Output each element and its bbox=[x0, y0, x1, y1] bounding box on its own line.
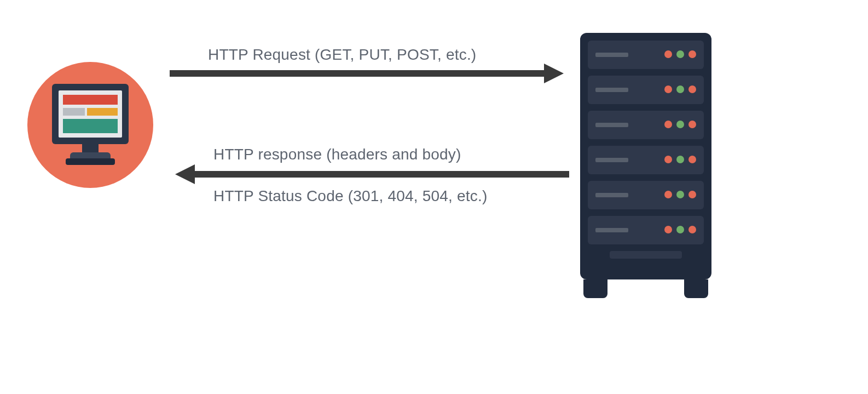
server-leds bbox=[664, 191, 696, 198]
client-computer-icon bbox=[27, 62, 153, 188]
led-red-icon bbox=[688, 50, 696, 58]
http-flow-diagram: HTTP Request (GET, PUT, POST, etc.) HTTP… bbox=[0, 0, 868, 394]
led-red-icon bbox=[664, 85, 672, 93]
led-red-icon bbox=[664, 156, 672, 163]
response-arrow-shaft bbox=[193, 171, 569, 178]
response-arrow-head-icon bbox=[175, 164, 195, 184]
screen-bar-grey bbox=[63, 108, 85, 116]
led-red-icon bbox=[664, 191, 672, 198]
server-rack-unit bbox=[588, 181, 704, 209]
screen-bar-yellow bbox=[87, 108, 118, 116]
led-red-icon bbox=[688, 156, 696, 163]
server-rack-unit bbox=[588, 41, 704, 69]
server-leds bbox=[664, 121, 696, 128]
response-label-main: HTTP response (headers and body) bbox=[213, 146, 461, 163]
led-red-icon bbox=[688, 226, 696, 233]
led-red-icon bbox=[664, 226, 672, 233]
server-leds bbox=[664, 85, 696, 93]
screen-bar-green bbox=[63, 119, 118, 133]
monitor-screen bbox=[59, 90, 122, 138]
server-feet bbox=[580, 279, 711, 298]
led-green-icon bbox=[676, 50, 684, 58]
led-red-icon bbox=[688, 85, 696, 93]
led-green-icon bbox=[676, 85, 684, 93]
server-leds bbox=[664, 50, 696, 58]
led-green-icon bbox=[676, 121, 684, 128]
led-red-icon bbox=[688, 121, 696, 128]
server-rack-unit bbox=[588, 146, 704, 174]
server-leds bbox=[664, 226, 696, 233]
server-rack-icon bbox=[580, 33, 711, 279]
screen-bar-red bbox=[63, 95, 118, 105]
led-red-icon bbox=[664, 50, 672, 58]
monitor-base-bottom bbox=[66, 158, 115, 165]
led-green-icon bbox=[676, 191, 684, 198]
server-leds bbox=[664, 156, 696, 163]
server-rack-unit bbox=[588, 111, 704, 139]
led-green-icon bbox=[676, 156, 684, 163]
response-label-status: HTTP Status Code (301, 404, 504, etc.) bbox=[213, 187, 487, 205]
server-vent bbox=[610, 251, 682, 259]
monitor-body bbox=[52, 84, 129, 144]
led-green-icon bbox=[676, 226, 684, 233]
server-rack-unit bbox=[588, 216, 704, 244]
request-label: HTTP Request (GET, PUT, POST, etc.) bbox=[208, 46, 476, 64]
led-red-icon bbox=[664, 121, 672, 128]
server-rack-unit bbox=[588, 76, 704, 104]
server-foot-left bbox=[583, 279, 607, 298]
server-foot-right bbox=[684, 279, 708, 298]
led-red-icon bbox=[688, 191, 696, 198]
request-arrow-head-icon bbox=[544, 64, 564, 83]
request-arrow-shaft bbox=[170, 70, 546, 77]
